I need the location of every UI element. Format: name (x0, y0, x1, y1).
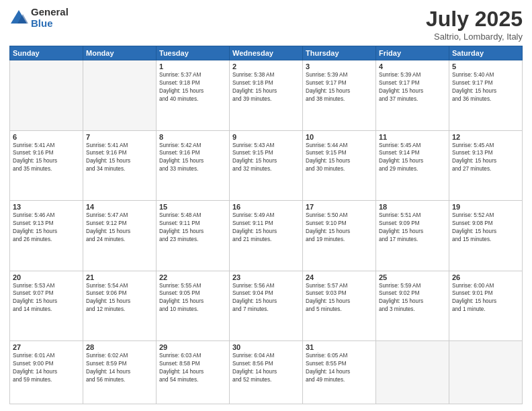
day-info: Sunrise: 5:44 AM Sunset: 9:15 PM Dayligh… (306, 142, 373, 174)
day-number: 5 (452, 62, 519, 71)
month-title: July 2025 (426, 7, 523, 32)
col-wednesday: Wednesday (230, 46, 303, 60)
logo-general-text: General (31, 7, 69, 18)
col-sunday: Sunday (10, 46, 83, 60)
calendar-day-cell: 6Sunrise: 5:41 AM Sunset: 9:16 PM Daylig… (10, 130, 83, 201)
calendar-day-cell: 2Sunrise: 5:38 AM Sunset: 9:18 PM Daylig… (230, 60, 303, 131)
day-number: 6 (13, 133, 80, 141)
calendar-week-row: 20Sunrise: 5:53 AM Sunset: 9:07 PM Dayli… (10, 271, 523, 341)
day-number: 18 (379, 203, 446, 211)
day-number: 14 (86, 203, 153, 211)
calendar-day-cell: 24Sunrise: 5:57 AM Sunset: 9:03 PM Dayli… (303, 271, 376, 341)
day-number: 31 (306, 343, 373, 351)
day-info: Sunrise: 6:03 AM Sunset: 8:58 PM Dayligh… (159, 352, 226, 384)
calendar-day-cell: 11Sunrise: 5:45 AM Sunset: 9:14 PM Dayli… (376, 130, 449, 201)
calendar-week-row: 1Sunrise: 5:37 AM Sunset: 9:18 PM Daylig… (10, 60, 523, 131)
calendar-day-cell: 3Sunrise: 5:39 AM Sunset: 9:17 PM Daylig… (303, 60, 376, 131)
day-info: Sunrise: 6:01 AM Sunset: 9:00 PM Dayligh… (13, 352, 80, 384)
day-number: 3 (306, 62, 373, 71)
calendar-day-cell: 20Sunrise: 5:53 AM Sunset: 9:07 PM Dayli… (10, 271, 83, 341)
calendar-day-cell: 30Sunrise: 6:04 AM Sunset: 8:56 PM Dayli… (230, 341, 303, 404)
col-tuesday: Tuesday (157, 46, 230, 60)
col-friday: Friday (376, 46, 449, 60)
day-info: Sunrise: 6:00 AM Sunset: 9:01 PM Dayligh… (452, 282, 519, 314)
day-number: 17 (306, 203, 373, 211)
day-info: Sunrise: 5:54 AM Sunset: 9:06 PM Dayligh… (86, 282, 153, 314)
day-number: 15 (159, 203, 226, 211)
calendar-week-row: 13Sunrise: 5:46 AM Sunset: 9:13 PM Dayli… (10, 201, 523, 271)
calendar-day-cell: 18Sunrise: 5:51 AM Sunset: 9:09 PM Dayli… (376, 201, 449, 271)
calendar-day-cell (376, 341, 449, 404)
day-number: 22 (159, 273, 226, 281)
calendar-day-cell: 28Sunrise: 6:02 AM Sunset: 8:59 PM Dayli… (83, 341, 157, 404)
calendar-day-cell: 26Sunrise: 6:00 AM Sunset: 9:01 PM Dayli… (449, 271, 523, 341)
col-thursday: Thursday (303, 46, 376, 60)
day-number: 28 (86, 343, 153, 351)
calendar-week-row: 6Sunrise: 5:41 AM Sunset: 9:16 PM Daylig… (10, 130, 523, 201)
day-number: 2 (232, 62, 300, 71)
calendar-day-cell: 1Sunrise: 5:37 AM Sunset: 9:18 PM Daylig… (157, 60, 230, 131)
day-info: Sunrise: 5:40 AM Sunset: 9:17 PM Dayligh… (452, 71, 519, 103)
day-number: 23 (232, 273, 300, 281)
day-info: Sunrise: 5:50 AM Sunset: 9:10 PM Dayligh… (306, 212, 373, 244)
day-info: Sunrise: 5:39 AM Sunset: 9:17 PM Dayligh… (306, 71, 373, 103)
calendar-day-cell: 29Sunrise: 6:03 AM Sunset: 8:58 PM Dayli… (157, 341, 230, 404)
day-info: Sunrise: 5:56 AM Sunset: 9:04 PM Dayligh… (232, 282, 300, 314)
col-saturday: Saturday (449, 46, 523, 60)
calendar-day-cell: 25Sunrise: 5:59 AM Sunset: 9:02 PM Dayli… (376, 271, 449, 341)
location: Saltrio, Lombardy, Italy (426, 32, 523, 42)
day-number: 9 (232, 133, 300, 141)
logo-blue-text: Blue (31, 18, 69, 30)
day-info: Sunrise: 5:48 AM Sunset: 9:11 PM Dayligh… (159, 212, 226, 244)
calendar-day-cell (83, 60, 157, 131)
calendar-week-row: 27Sunrise: 6:01 AM Sunset: 9:00 PM Dayli… (10, 341, 523, 404)
day-info: Sunrise: 6:02 AM Sunset: 8:59 PM Dayligh… (86, 352, 153, 384)
day-info: Sunrise: 6:05 AM Sunset: 8:55 PM Dayligh… (306, 352, 373, 384)
logo-text: General Blue (31, 7, 69, 29)
day-info: Sunrise: 5:41 AM Sunset: 9:16 PM Dayligh… (86, 142, 153, 174)
calendar-day-cell: 13Sunrise: 5:46 AM Sunset: 9:13 PM Dayli… (10, 201, 83, 271)
day-number: 27 (13, 343, 80, 351)
day-info: Sunrise: 5:51 AM Sunset: 9:09 PM Dayligh… (379, 212, 446, 244)
calendar-day-cell: 8Sunrise: 5:42 AM Sunset: 9:16 PM Daylig… (157, 130, 230, 201)
day-number: 11 (379, 133, 446, 141)
calendar-day-cell: 5Sunrise: 5:40 AM Sunset: 9:17 PM Daylig… (449, 60, 523, 131)
day-info: Sunrise: 5:55 AM Sunset: 9:05 PM Dayligh… (159, 282, 226, 314)
calendar-day-cell (10, 60, 83, 131)
calendar-day-cell: 10Sunrise: 5:44 AM Sunset: 9:15 PM Dayli… (303, 130, 376, 201)
day-number: 30 (232, 343, 300, 351)
day-number: 4 (379, 62, 446, 71)
day-number: 10 (306, 133, 373, 141)
header: General Blue July 2025 Saltrio, Lombardy… (9, 7, 523, 42)
calendar-day-cell: 31Sunrise: 6:05 AM Sunset: 8:55 PM Dayli… (303, 341, 376, 404)
calendar-day-cell: 7Sunrise: 5:41 AM Sunset: 9:16 PM Daylig… (83, 130, 157, 201)
day-info: Sunrise: 5:39 AM Sunset: 9:17 PM Dayligh… (379, 71, 446, 103)
calendar-day-cell: 16Sunrise: 5:49 AM Sunset: 9:11 PM Dayli… (230, 201, 303, 271)
page: General Blue July 2025 Saltrio, Lombardy… (0, 0, 532, 411)
day-number: 19 (452, 203, 519, 211)
day-info: Sunrise: 5:43 AM Sunset: 9:15 PM Dayligh… (232, 142, 300, 174)
day-info: Sunrise: 5:59 AM Sunset: 9:02 PM Dayligh… (379, 282, 446, 314)
calendar-header-row: Sunday Monday Tuesday Wednesday Thursday… (10, 46, 523, 60)
col-monday: Monday (83, 46, 157, 60)
calendar-day-cell: 27Sunrise: 6:01 AM Sunset: 9:00 PM Dayli… (10, 341, 83, 404)
day-number: 7 (86, 133, 153, 141)
calendar-day-cell: 21Sunrise: 5:54 AM Sunset: 9:06 PM Dayli… (83, 271, 157, 341)
title-block: July 2025 Saltrio, Lombardy, Italy (426, 7, 523, 42)
day-number: 20 (13, 273, 80, 281)
day-info: Sunrise: 5:47 AM Sunset: 9:12 PM Dayligh… (86, 212, 153, 244)
calendar-day-cell: 12Sunrise: 5:45 AM Sunset: 9:13 PM Dayli… (449, 130, 523, 201)
day-number: 12 (452, 133, 519, 141)
calendar-day-cell: 17Sunrise: 5:50 AM Sunset: 9:10 PM Dayli… (303, 201, 376, 271)
day-info: Sunrise: 5:37 AM Sunset: 9:18 PM Dayligh… (159, 71, 226, 103)
day-info: Sunrise: 5:46 AM Sunset: 9:13 PM Dayligh… (13, 212, 80, 244)
calendar-day-cell: 22Sunrise: 5:55 AM Sunset: 9:05 PM Dayli… (157, 271, 230, 341)
logo: General Blue (9, 7, 69, 29)
day-number: 21 (86, 273, 153, 281)
day-number: 8 (159, 133, 226, 141)
day-number: 25 (379, 273, 446, 281)
day-info: Sunrise: 6:04 AM Sunset: 8:56 PM Dayligh… (232, 352, 300, 384)
day-number: 29 (159, 343, 226, 351)
calendar-day-cell: 19Sunrise: 5:52 AM Sunset: 9:08 PM Dayli… (449, 201, 523, 271)
day-info: Sunrise: 5:41 AM Sunset: 9:16 PM Dayligh… (13, 142, 80, 174)
